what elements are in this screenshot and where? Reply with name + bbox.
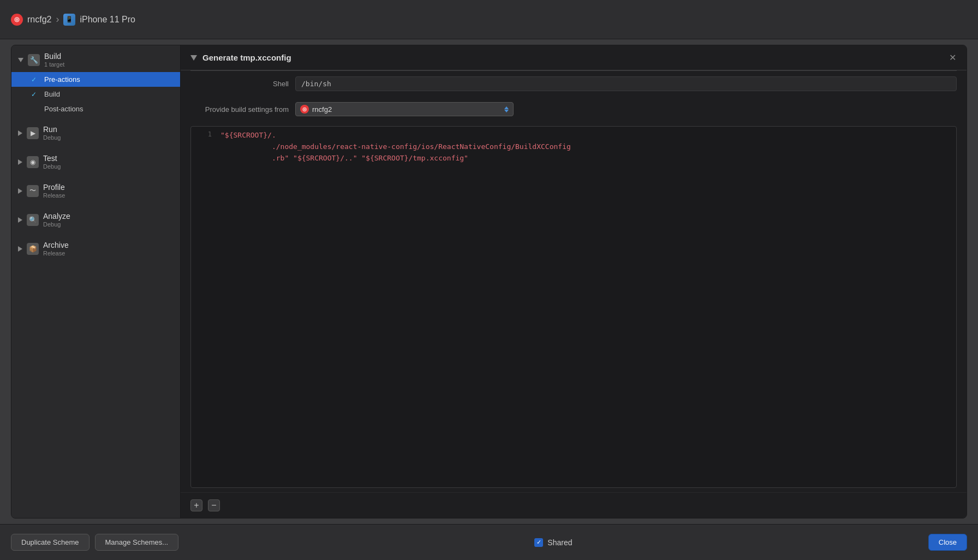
main-area: 🔧 Build 1 target ✓ Pre-actions ✓ Build (0, 39, 978, 524)
code-editor[interactable]: 1 "${SRCROOT}/. ./node_modules/react-nat… (190, 126, 957, 488)
sidebar: 🔧 Build 1 target ✓ Pre-actions ✓ Build (11, 45, 181, 518)
duplicate-scheme-button[interactable]: Duplicate Scheme (11, 534, 90, 551)
test-subtitle: Debug (43, 163, 61, 170)
build-child-label: Build (44, 90, 60, 98)
build-settings-select[interactable]: ◎ rncfg2 (295, 102, 514, 116)
sidebar-item-build-child[interactable]: ✓ Build (11, 87, 180, 102)
sidebar-item-run[interactable]: ▶ Run Debug (11, 121, 180, 145)
content-pane: Generate tmp.xcconfig ✕ Shell Provide bu… (181, 45, 967, 518)
manage-schemes-button[interactable]: Manage Schemes... (95, 534, 179, 551)
build-label: Build (44, 52, 64, 61)
line-number-1: 1 (195, 130, 212, 138)
shell-row: Shell (181, 71, 967, 97)
archive-expand-icon (18, 246, 22, 252)
project-name: rncfg2 (27, 15, 51, 25)
device-name: iPhone 11 Pro (80, 15, 135, 25)
run-subtitle: Debug (43, 134, 61, 141)
code-content-1: "${SRCROOT}/. ./node_modules/react-nativ… (220, 130, 571, 164)
expand-icon (18, 58, 23, 62)
build-icon: 🔧 (28, 54, 40, 66)
run-label: Run (43, 125, 61, 134)
sidebar-section-test: ◉ Test Debug (11, 147, 180, 176)
device-icon: 📱 (63, 14, 75, 26)
close-button-bottom[interactable]: Close (928, 534, 967, 551)
sidebar-item-archive[interactable]: 📦 Archive Release (11, 236, 180, 261)
profile-label: Profile (43, 183, 65, 192)
sidebar-item-profile[interactable]: 〜 Profile Release (11, 178, 180, 203)
build-subtitle: 1 target (44, 61, 64, 68)
archive-label: Archive (43, 241, 69, 249)
run-icon: ▶ (27, 127, 39, 139)
sidebar-item-post-actions[interactable]: Post-actions (11, 102, 180, 116)
analyze-expand-icon (18, 217, 22, 223)
sidebar-section-archive: 📦 Archive Release (11, 234, 180, 263)
arrow-up-icon (504, 106, 509, 109)
bottom-bar: Duplicate Scheme Manage Schemes... ✓ Sha… (0, 524, 978, 560)
shell-input[interactable] (295, 76, 957, 91)
pre-actions-check: ✓ (31, 76, 40, 84)
top-bar: ◎ rncfg2 › 📱 iPhone 11 Pro (0, 0, 978, 39)
profile-expand-icon (18, 188, 22, 194)
select-arrows (504, 106, 509, 112)
shell-label: Shell (190, 80, 289, 88)
breadcrumb: ◎ rncfg2 › 📱 iPhone 11 Pro (11, 14, 135, 26)
build-settings-value: rncfg2 (312, 105, 501, 114)
pre-actions-label: Pre-actions (44, 75, 80, 84)
close-button[interactable]: ✕ (948, 53, 957, 62)
run-expand-icon (18, 130, 22, 136)
test-expand-icon (18, 159, 22, 165)
shared-label: Shared (547, 538, 572, 547)
sidebar-item-analyze[interactable]: 🔍 Analyze Debug (11, 207, 180, 232)
provide-row: Provide build settings from ◎ rncfg2 (181, 97, 967, 122)
sidebar-section-run: ▶ Run Debug (11, 118, 180, 147)
sidebar-section-analyze: 🔍 Analyze Debug (11, 205, 180, 234)
project-icon: ◎ (11, 14, 23, 26)
build-check: ✓ (31, 91, 40, 98)
panel-collapse-icon[interactable] (190, 55, 197, 61)
shared-container: ✓ Shared (534, 538, 572, 547)
analyze-icon: 🔍 (27, 214, 39, 226)
code-line-1: 1 "${SRCROOT}/. ./node_modules/react-nat… (191, 127, 956, 167)
sidebar-item-build[interactable]: 🔧 Build 1 target (11, 47, 180, 72)
scheme-editor: 🔧 Build 1 target ✓ Pre-actions ✓ Build (11, 45, 967, 519)
sidebar-section-profile: 〜 Profile Release (11, 176, 180, 205)
provide-label: Provide build settings from (190, 105, 289, 114)
remove-action-button[interactable]: − (208, 499, 220, 511)
sidebar-item-test[interactable]: ◉ Test Debug (11, 150, 180, 174)
add-action-button[interactable]: + (190, 499, 202, 511)
panel-header: Generate tmp.xcconfig ✕ (181, 45, 967, 70)
sidebar-item-pre-actions[interactable]: ✓ Pre-actions (11, 72, 180, 87)
analyze-subtitle: Debug (43, 221, 70, 228)
arrow-down-icon (504, 110, 509, 112)
content-footer: + − (181, 492, 967, 518)
profile-icon: 〜 (27, 185, 39, 197)
sidebar-section-build: 🔧 Build 1 target ✓ Pre-actions ✓ Build (11, 45, 180, 118)
archive-subtitle: Release (43, 250, 69, 257)
post-actions-label: Post-actions (44, 105, 84, 113)
project-select-icon: ◎ (300, 105, 309, 114)
test-icon: ◉ (27, 156, 39, 168)
breadcrumb-separator: › (56, 14, 59, 25)
profile-subtitle: Release (43, 192, 65, 199)
archive-icon: 📦 (27, 243, 39, 255)
test-label: Test (43, 154, 61, 163)
analyze-label: Analyze (43, 212, 70, 221)
panel-title: Generate tmp.xcconfig (202, 53, 943, 62)
shared-checkbox[interactable]: ✓ (534, 538, 543, 547)
